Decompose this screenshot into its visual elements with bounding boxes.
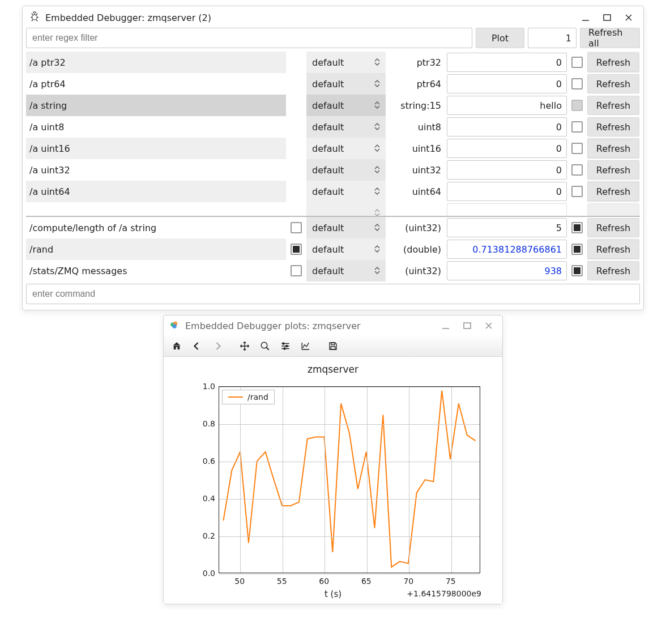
object-name[interactable]: /a uint8 xyxy=(26,116,286,138)
refresh-all-button[interactable]: Refresh all xyxy=(580,28,640,48)
refresh-interval-field[interactable]: 1 xyxy=(528,28,577,48)
checkbox[interactable] xyxy=(291,265,302,276)
plot-maximize-button[interactable] xyxy=(459,319,475,332)
object-value[interactable]: 0 xyxy=(447,53,567,72)
up-down-icon[interactable] xyxy=(374,187,381,195)
object-type: (double) xyxy=(386,238,447,260)
checkbox[interactable] xyxy=(571,265,583,276)
chart-x-offset: +1.6415798000e9 xyxy=(407,589,481,598)
bug-icon xyxy=(29,11,40,24)
object-name[interactable]: /stats/ZMQ messages xyxy=(26,260,286,282)
object-name[interactable]: /a uint16 xyxy=(26,138,286,159)
format-select[interactable]: default xyxy=(306,138,386,159)
object-value[interactable]: 5 xyxy=(447,218,567,237)
format-select[interactable]: default xyxy=(306,159,386,181)
format-select[interactable]: default xyxy=(306,181,386,202)
checkbox[interactable] xyxy=(291,222,302,233)
checkbox[interactable] xyxy=(571,143,583,154)
home-icon[interactable] xyxy=(168,338,185,354)
up-down-icon[interactable] xyxy=(374,267,381,275)
filter-input[interactable] xyxy=(26,28,472,48)
up-down-icon[interactable] xyxy=(374,58,381,66)
refresh-button[interactable]: Refresh xyxy=(587,182,639,201)
object-value[interactable]: 938 xyxy=(447,261,567,280)
pan-icon[interactable] xyxy=(236,338,253,354)
checkbox[interactable] xyxy=(571,186,583,197)
zoom-icon[interactable] xyxy=(257,338,274,354)
refresh-button[interactable]: Refresh xyxy=(587,218,639,237)
refresh-button[interactable]: Refresh xyxy=(587,53,639,72)
object-value[interactable]: 0 xyxy=(447,160,567,180)
plot-minimize-button[interactable] xyxy=(438,319,454,332)
minimize-button[interactable] xyxy=(578,11,594,24)
object-value[interactable]: hello xyxy=(447,96,567,115)
checkbox[interactable] xyxy=(571,164,583,176)
chart-axes[interactable]: /rand t (s) +1.6415798000e9 505560657075… xyxy=(177,376,489,597)
object-name[interactable]: /a uint32 xyxy=(26,159,286,181)
up-down-icon[interactable] xyxy=(374,224,381,232)
checkbox[interactable] xyxy=(571,100,583,111)
object-value[interactable]: 0 xyxy=(447,117,567,137)
up-down-icon[interactable] xyxy=(374,209,381,217)
refresh-button[interactable]: Refresh xyxy=(587,160,639,180)
format-select[interactable]: default xyxy=(306,73,386,95)
refresh-button[interactable]: Refresh xyxy=(587,96,639,115)
plot-button[interactable]: Plot xyxy=(476,28,524,48)
titlebar: Embedded Debugger: zmqserver (2) xyxy=(23,6,643,28)
x-tick-label: 60 xyxy=(319,577,329,586)
checkbox[interactable] xyxy=(571,244,583,255)
chart-title: zmqserver xyxy=(167,360,499,376)
refresh-button[interactable]: Refresh xyxy=(587,139,639,158)
object-name[interactable]: /compute/length of /a string xyxy=(26,217,286,238)
refresh-button[interactable]: Refresh xyxy=(587,74,639,93)
object-name[interactable]: /a ptr64 xyxy=(26,73,286,95)
up-down-icon[interactable] xyxy=(374,144,381,152)
object-name[interactable]: /a string xyxy=(26,95,286,116)
object-value[interactable]: 0.71381288766861 xyxy=(447,240,567,259)
format-select[interactable]: default xyxy=(306,238,386,260)
up-down-icon[interactable] xyxy=(374,245,381,253)
object-value[interactable]: 0 xyxy=(447,182,567,201)
back-icon[interactable] xyxy=(189,338,206,354)
edit-axes-icon[interactable] xyxy=(297,338,314,354)
command-input[interactable] xyxy=(26,284,640,304)
checkbox[interactable] xyxy=(571,222,583,233)
svg-rect-1 xyxy=(604,15,610,20)
legend-swatch xyxy=(228,396,243,398)
svg-point-6 xyxy=(261,342,267,348)
refresh-button[interactable]: Refresh xyxy=(587,240,639,259)
up-down-icon[interactable] xyxy=(374,123,381,131)
legend-label: /rand xyxy=(247,393,268,402)
x-tick-label: 55 xyxy=(277,577,287,586)
close-button[interactable] xyxy=(621,11,637,24)
refresh-button[interactable] xyxy=(587,203,639,217)
object-name[interactable]: /rand xyxy=(26,238,286,260)
object-grid: /a ptr32 default ptr32 0 Refresh /a ptr6… xyxy=(23,52,643,282)
refresh-button[interactable]: Refresh xyxy=(587,261,639,280)
up-down-icon[interactable] xyxy=(374,80,381,88)
object-value[interactable]: 0 xyxy=(447,139,567,158)
checkbox[interactable] xyxy=(571,78,583,89)
object-name[interactable]: /a uint64 xyxy=(26,181,286,202)
checkbox[interactable] xyxy=(571,121,583,133)
refresh-button[interactable]: Refresh xyxy=(587,117,639,137)
format-select[interactable] xyxy=(306,202,386,217)
object-value[interactable]: 0 xyxy=(447,74,567,93)
forward-icon[interactable] xyxy=(209,338,226,354)
up-down-icon[interactable] xyxy=(374,166,381,174)
format-select[interactable]: default xyxy=(306,116,386,138)
format-select[interactable]: default xyxy=(306,52,386,73)
configure-subplots-icon[interactable] xyxy=(277,338,294,354)
debugger-window: Embedded Debugger: zmqserver (2) Plot 1 … xyxy=(22,6,644,310)
checkbox[interactable] xyxy=(571,57,583,68)
object-name[interactable]: /a ptr32 xyxy=(26,52,286,73)
object-name[interactable] xyxy=(26,202,286,217)
maximize-button[interactable] xyxy=(599,11,615,24)
checkbox[interactable] xyxy=(291,244,302,255)
plot-close-button[interactable] xyxy=(481,319,497,332)
up-down-icon[interactable] xyxy=(374,101,381,109)
format-select[interactable]: default xyxy=(306,95,386,116)
save-icon[interactable] xyxy=(325,338,341,354)
format-select[interactable]: default xyxy=(306,260,386,282)
format-select[interactable]: default xyxy=(306,217,386,238)
